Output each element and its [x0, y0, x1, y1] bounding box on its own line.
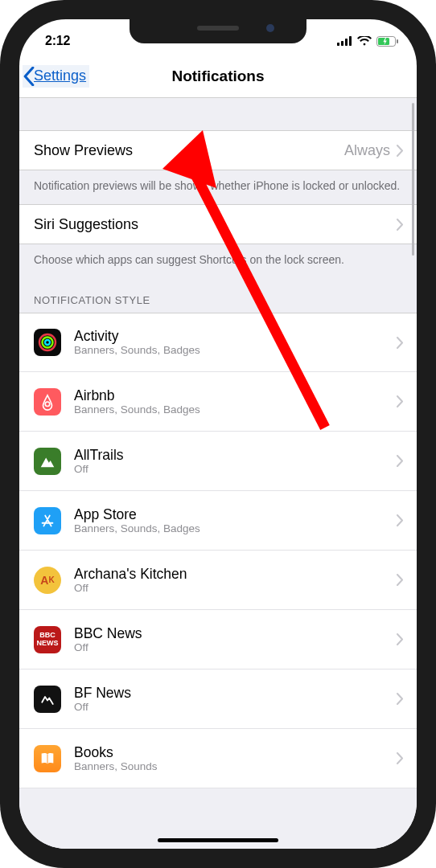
app-icon	[34, 329, 61, 356]
app-sub: Off	[74, 463, 397, 476]
chevron-right-icon	[397, 633, 404, 645]
chevron-right-icon	[397, 455, 404, 467]
chevron-right-icon	[397, 752, 404, 764]
app-row-archana-s-kitchen[interactable]: AKArchana's KitchenOff	[19, 551, 417, 610]
app-text: BF NewsOff	[74, 685, 397, 714]
svg-rect-1	[341, 41, 343, 46]
app-row-app-store[interactable]: App StoreBanners, Sounds, Badges	[19, 491, 417, 551]
app-name: Airbnb	[74, 387, 397, 403]
wifi-icon	[357, 36, 372, 46]
show-previews-value: Always	[344, 142, 390, 159]
notch	[130, 19, 306, 43]
app-sub: Off	[74, 582, 397, 595]
phone-frame: 2:12 Settings Notifications Show Preview…	[0, 0, 436, 868]
home-indicator[interactable]	[158, 838, 278, 842]
chevron-right-icon	[397, 693, 404, 705]
app-text: BooksBanners, Sounds	[74, 744, 397, 773]
chevron-right-icon	[397, 337, 404, 349]
app-sub: Banners, Sounds, Badges	[74, 344, 397, 357]
show-previews-row[interactable]: Show Previews Always	[19, 130, 417, 170]
app-row-bbc-news[interactable]: BBCNEWSBBC NewsOff	[19, 610, 417, 669]
app-row-alltrails[interactable]: AllTrailsOff	[19, 432, 417, 491]
siri-suggestions-footer: Choose which apps can suggest Shortcuts …	[19, 244, 417, 278]
notifications-content[interactable]: Show Previews Always Notification previe…	[19, 98, 417, 849]
scroll-indicator	[412, 103, 414, 256]
svg-point-9	[45, 340, 50, 345]
app-row-bf-news[interactable]: BF NewsOff	[19, 669, 417, 729]
app-icon: AK	[34, 567, 61, 594]
svg-rect-3	[349, 36, 352, 46]
app-row-books[interactable]: BooksBanners, Sounds	[19, 729, 417, 788]
back-button[interactable]: Settings	[23, 65, 89, 88]
app-icon: BBCNEWS	[34, 626, 61, 653]
show-previews-label: Show Previews	[34, 142, 344, 159]
app-icon	[34, 745, 61, 772]
app-icon	[34, 686, 61, 713]
status-time: 2:12	[45, 34, 70, 48]
svg-rect-0	[337, 43, 339, 46]
app-sub: Banners, Sounds, Badges	[74, 403, 397, 416]
app-text: ActivityBanners, Sounds, Badges	[74, 328, 397, 357]
cellular-icon	[337, 36, 352, 46]
svg-point-8	[43, 338, 53, 348]
app-name: BBC News	[74, 625, 397, 641]
notification-style-header: NOTIFICATION STYLE	[19, 278, 417, 313]
app-name: Activity	[74, 328, 397, 344]
app-text: Archana's KitchenOff	[74, 566, 397, 595]
siri-suggestions-row[interactable]: Siri Suggestions	[19, 204, 417, 244]
app-name: AllTrails	[74, 447, 397, 463]
app-name: Archana's Kitchen	[74, 566, 397, 582]
app-name: BF News	[74, 685, 397, 701]
app-row-airbnb[interactable]: AirbnbBanners, Sounds, Badges	[19, 372, 417, 432]
app-text: AllTrailsOff	[74, 447, 397, 476]
chevron-right-icon	[397, 574, 404, 586]
svg-point-10	[45, 402, 50, 407]
app-list: ActivityBanners, Sounds, BadgesAirbnbBan…	[19, 313, 417, 788]
app-row-activity[interactable]: ActivityBanners, Sounds, Badges	[19, 313, 417, 372]
svg-rect-6	[397, 39, 398, 43]
back-label: Settings	[34, 68, 86, 84]
chevron-right-icon	[397, 219, 404, 231]
battery-icon	[376, 36, 399, 47]
app-name: Books	[74, 744, 397, 760]
app-sub: Banners, Sounds, Badges	[74, 522, 397, 535]
siri-suggestions-label: Siri Suggestions	[34, 216, 397, 233]
app-icon	[34, 388, 61, 416]
chevron-right-icon	[397, 145, 404, 157]
app-text: BBC NewsOff	[74, 625, 397, 654]
nav-bar: Settings Notifications	[19, 55, 417, 98]
screen: 2:12 Settings Notifications Show Preview…	[19, 19, 417, 849]
app-icon	[34, 507, 61, 534]
app-icon	[34, 448, 61, 475]
chevron-right-icon	[397, 395, 404, 407]
chevron-right-icon	[397, 514, 404, 526]
app-sub: Off	[74, 701, 397, 714]
app-text: AirbnbBanners, Sounds, Badges	[74, 387, 397, 416]
app-name: App Store	[74, 506, 397, 522]
svg-rect-2	[345, 39, 348, 46]
app-sub: Off	[74, 641, 397, 654]
show-previews-footer: Notification previews will be shown whet…	[19, 170, 417, 204]
app-text: App StoreBanners, Sounds, Badges	[74, 506, 397, 535]
app-sub: Banners, Sounds	[74, 760, 397, 773]
